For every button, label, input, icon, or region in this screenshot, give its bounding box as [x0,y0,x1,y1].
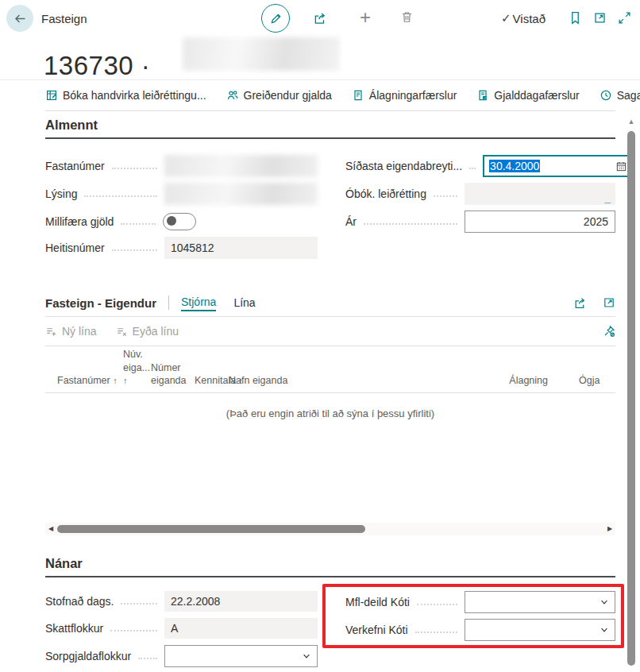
column-label: Ógja [579,375,600,386]
field-label: Verkefni Kóti [345,624,408,636]
calendar-icon[interactable] [615,160,627,172]
back-button[interactable] [6,5,33,32]
delete-line-button-disabled[interactable]: Eyða línu [116,325,179,338]
field-fastanumer: Fastanúmer [45,155,318,177]
column-nafn-eiganda[interactable]: Nafn eiganda [229,374,287,387]
subpage-popout-button[interactable] [603,296,615,310]
dotted-leader [364,223,457,225]
post-journal-icon [45,89,58,102]
page-caption: Fasteign [41,0,87,37]
action-label: Eyða línu [133,325,179,338]
action-greidendur-gjalda[interactable]: Greiðendur gjalda [226,89,332,102]
subpage-header-icons [573,296,615,310]
subpage-title: Fasteign - Eigendur [45,296,156,310]
skattflokkur-value[interactable]: A [164,618,318,639]
tab-lina[interactable]: Lína [233,295,255,311]
ar-input[interactable] [472,211,608,232]
column-ogjaldfaert-truncated[interactable]: Ógja [579,374,615,387]
field-verkefni-koti: Verkefni Kóti [345,619,615,641]
column-label: Nafn eiganda [229,375,287,386]
delete-record-button[interactable] [400,10,414,24]
vertical-divider [168,295,169,310]
check-icon: ✓ [501,11,511,25]
unpin-button[interactable] [603,325,615,338]
field-label: Lýsing [45,187,77,200]
new-line-button-disabled[interactable]: Ný lína [45,325,97,338]
dotted-leader [434,195,457,197]
bookmark-button[interactable] [569,11,581,25]
action-boka-handvirka-leidrettingu[interactable]: Bóka handvirka leiðréttingu... [45,89,206,102]
action-label: Gjalddagafærslur [494,89,579,102]
sort-ascending-icon: ↑ [113,376,118,385]
dotted-leader [138,658,157,659]
dotted-leader [121,603,157,604]
sorpgjaldaflokkur-input[interactable] [172,646,296,666]
nanar-left-column: Stofnað dags. 22.2.2008 Skattflokkur A S… [45,591,318,672]
action-label: Greiðendur gjalda [244,89,332,102]
scroll-left-arrow[interactable]: ◀ [46,525,56,533]
chevron-down-icon[interactable] [600,597,609,607]
nanar-right-column: Mfl-deild Kóti Verkefni Kóti [345,591,615,647]
field-label: Millifæra gjöld [45,215,114,228]
field-ar: Ár [345,210,615,233]
action-alagningarfaerslur[interactable]: Álagningarfærslur [352,89,457,102]
column-alagning[interactable]: Álagning [500,374,548,387]
action-gjalddagafaerslur[interactable]: Gjalddagafærslur [476,89,579,102]
people-icon [226,89,239,102]
stofnad-dags-value[interactable]: 22.2.2008 [164,591,318,612]
millifaera-gjold-toggle[interactable] [163,213,196,230]
mfl-deild-koti-input[interactable] [472,592,594,612]
due-date-entries-icon [476,89,489,102]
record-number: 136730 [44,51,133,80]
edit-pencil-button[interactable] [261,4,290,33]
sidasta-eigendabreyting-date-input[interactable]: 30.4.2000 [483,155,634,177]
open-in-window-button[interactable] [593,11,607,25]
pencil-icon [269,12,283,25]
field-value: 1045812 [171,241,214,254]
share-button[interactable] [313,11,327,25]
dotted-leader [112,168,157,169]
dotted-leader [112,249,157,251]
popout-icon [603,296,615,309]
record-title-separator: · [141,51,151,80]
subpage-share-button[interactable] [573,296,587,310]
mfl-deild-koti-combobox [465,591,615,613]
action-label: Álagningarfærslur [369,89,457,102]
action-saga[interactable]: Saga [600,89,640,102]
field-sidasta-eigendabreyting: Síðasta eigendabreyti... 30.4.2000 [345,155,615,177]
field-obok-leidretting: Óbók. leiðrétting _ [345,183,615,205]
column-fastanumer[interactable]: Fastanúmer ↑ [57,374,118,387]
new-record-button[interactable]: + [357,6,374,29]
horizontal-scroll-thumb[interactable] [57,525,365,533]
section-nanar: Nánar Stofnað dags. 22.2.2008 Skattflokk… [45,556,615,672]
heitisnumer-value[interactable]: 1045812 [164,237,318,259]
chevron-down-icon[interactable] [600,625,609,635]
lysing-value-redacted[interactable] [164,183,318,205]
drilldown-link[interactable]: _ [604,191,611,204]
scroll-up-arrow[interactable]: ▲ [627,116,636,127]
action-label: Ný lína [62,325,97,338]
record-title: 136730 · [44,51,150,81]
history-clock-icon [600,89,612,102]
bookmark-icon [569,11,581,25]
column-numer-eiganda[interactable]: Númer eiganda [151,361,192,388]
share-icon [573,296,587,310]
field-value: A [171,622,178,635]
section-rule [45,137,615,139]
empty-list-message: (Það eru engin atriði til að sýna í þess… [45,393,615,419]
expand-page-button[interactable] [618,11,631,25]
section-title: Almennt [45,118,615,133]
field-label: Ár [345,215,357,228]
fastanumer-value-redacted[interactable] [164,155,318,177]
almennt-right-column: Síðasta eigendabreyti... 30.4.2000 Óbók.… [345,155,615,238]
delete-line-icon [116,326,128,338]
pin-slash-icon [603,325,615,338]
tab-stjorna[interactable]: Stjórna [181,294,216,311]
scroll-right-arrow[interactable]: ▶ [605,525,615,533]
field-label: Fastanúmer [45,160,105,172]
vertical-scroll-thumb[interactable] [627,131,635,666]
verkefni-koti-input[interactable] [472,620,594,640]
trash-icon [400,10,414,24]
chevron-down-icon[interactable] [302,651,311,661]
column-label: Núv. eiga... [123,349,150,373]
